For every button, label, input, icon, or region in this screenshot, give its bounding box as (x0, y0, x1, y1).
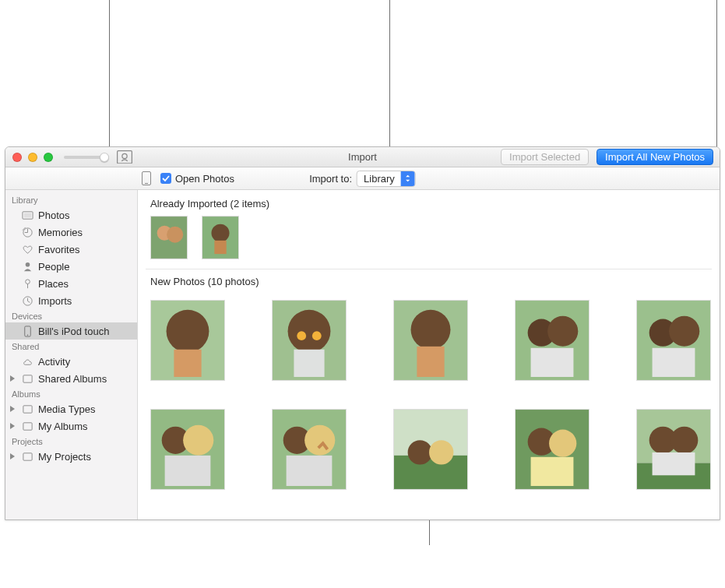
titlebar-right: Import Selected Import All New Photos (501, 149, 713, 165)
thumbnail-zoom-slider[interactable] (64, 156, 109, 159)
sidebar-item-device[interactable]: Bill's iPod touch (5, 322, 137, 340)
already-imported-thumbs (146, 216, 712, 259)
memories-icon (21, 226, 33, 238)
photo-thumbnail[interactable] (515, 409, 590, 490)
photo-thumbnail[interactable] (636, 300, 711, 381)
sidebar-header-albums: Albums (5, 387, 137, 400)
svg-rect-34 (531, 348, 574, 377)
svg-rect-19 (214, 241, 226, 254)
photo-thumbnail[interactable] (393, 300, 468, 381)
photo-thumbnail[interactable] (150, 216, 188, 259)
info-icon[interactable] (117, 151, 132, 164)
callout-line (716, 0, 717, 153)
sidebar-item-label: Memories (38, 227, 83, 238)
svg-rect-0 (118, 150, 132, 163)
svg-rect-54 (531, 457, 574, 486)
window-controls (12, 153, 53, 162)
sidebar-item-shared-albums[interactable]: Shared Albums (5, 370, 137, 387)
app-window: Import Import Selected Import All New Ph… (5, 146, 720, 520)
sidebar: Library Photos Memories Favorites People… (5, 190, 138, 519)
sidebar-item-label: My Projects (38, 451, 91, 463)
sidebar-item-my-albums[interactable]: My Albums (5, 417, 137, 435)
svg-point-16 (167, 227, 183, 243)
close-window-button[interactable] (12, 153, 22, 162)
svg-rect-22 (174, 350, 201, 377)
svg-rect-30 (417, 347, 444, 377)
sidebar-item-label: Favorites (38, 244, 79, 255)
sidebar-item-label: Bill's iPod touch (38, 326, 109, 337)
minimize-window-button[interactable] (28, 153, 37, 162)
clock-icon (21, 294, 33, 307)
sidebar-header-projects: Projects (5, 435, 137, 448)
sidebar-item-people[interactable]: People (5, 258, 137, 275)
import-all-button[interactable]: Import All New Photos (597, 149, 713, 165)
svg-point-21 (167, 310, 209, 353)
album-icon (21, 403, 33, 415)
sidebar-item-places[interactable]: Places (5, 275, 137, 292)
sidebar-item-label: Activity (38, 356, 70, 368)
open-photos-checkbox[interactable] (160, 173, 171, 184)
photo-thumbnail[interactable] (393, 409, 468, 490)
sidebar-item-photos[interactable]: Photos (5, 206, 137, 224)
import-selected-button[interactable]: Import Selected (501, 149, 589, 165)
import-to-value: Library (357, 171, 401, 186)
sidebar-item-label: Media Types (38, 403, 95, 415)
sidebar-item-favorites[interactable]: Favorites (5, 241, 137, 258)
sidebar-header-library: Library (5, 193, 137, 206)
sidebar-item-label: People (38, 261, 69, 273)
sidebar-header-devices: Devices (5, 309, 137, 322)
import-to-label: Import to: (309, 173, 352, 185)
svg-rect-42 (165, 456, 211, 486)
album-icon (21, 450, 33, 463)
svg-rect-38 (653, 348, 695, 377)
svg-point-5 (25, 262, 30, 266)
import-to-popup[interactable]: Library (357, 171, 416, 187)
open-photos-label: Open Photos (175, 173, 234, 185)
svg-point-58 (670, 427, 698, 454)
svg-point-33 (547, 316, 578, 347)
svg-point-1 (122, 153, 127, 158)
sidebar-item-my-projects[interactable]: My Projects (5, 448, 137, 465)
sidebar-item-memories[interactable]: Memories (5, 224, 137, 241)
svg-point-53 (549, 430, 576, 457)
svg-point-41 (183, 425, 213, 456)
slider-thumb[interactable] (100, 153, 109, 162)
photo-thumbnail[interactable] (636, 409, 711, 490)
svg-point-9 (26, 334, 28, 336)
new-photos-grid (146, 294, 712, 495)
svg-point-29 (411, 310, 451, 350)
heart-icon (21, 243, 33, 255)
album-icon (21, 372, 33, 385)
svg-point-49 (408, 440, 432, 464)
sidebar-item-label: Photos (38, 209, 69, 221)
sidebar-item-imports[interactable]: Imports (5, 292, 137, 309)
import-to-group: Import to: Library (309, 171, 416, 187)
photo-thumbnail[interactable] (272, 409, 347, 490)
svg-point-24 (288, 310, 331, 353)
titlebar: Import Import Selected Import All New Ph… (5, 147, 720, 167)
ipod-icon (21, 325, 33, 337)
zoom-window-button[interactable] (44, 153, 53, 162)
photo-thumbnail[interactable] (515, 300, 590, 381)
already-imported-label: Already Imported (2 items) (150, 198, 712, 209)
svg-point-37 (669, 316, 699, 347)
already-imported-section: Already Imported (2 items) (146, 198, 712, 269)
album-icon (21, 420, 33, 432)
svg-point-18 (212, 224, 230, 242)
new-photos-section: New Photos (10 photos) (146, 276, 712, 495)
photo-thumbnail[interactable] (272, 300, 347, 381)
photo-thumbnail[interactable] (202, 216, 239, 259)
photo-thumbnail[interactable] (150, 409, 225, 490)
sidebar-item-label: Places (38, 278, 69, 290)
sidebar-item-label: Imports (38, 295, 72, 307)
sidebar-item-activity[interactable]: Activity (5, 353, 137, 370)
svg-rect-59 (653, 452, 695, 475)
svg-point-6 (25, 279, 30, 283)
svg-rect-46 (287, 456, 333, 486)
device-icon (142, 171, 151, 185)
photos-icon (21, 209, 33, 221)
sidebar-item-media-types[interactable]: Media Types (5, 400, 137, 417)
photo-thumbnail[interactable] (150, 300, 225, 381)
person-icon (21, 260, 33, 273)
pin-icon (21, 277, 33, 290)
